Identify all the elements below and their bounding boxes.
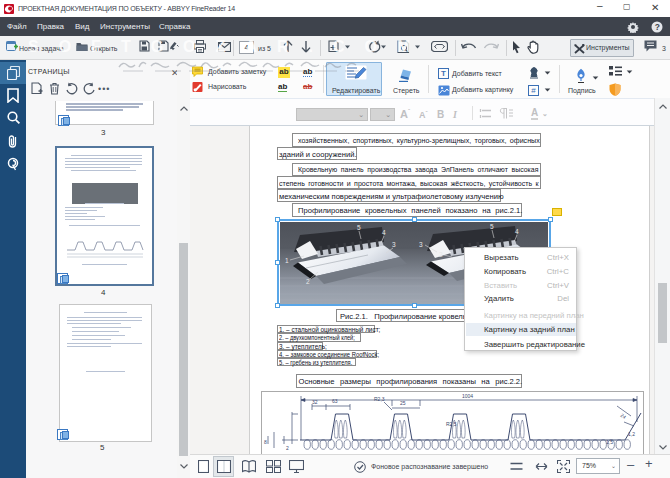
svg-text:8: 8 xyxy=(264,439,267,445)
svg-text:1004: 1004 xyxy=(462,393,473,399)
svg-text:24: 24 xyxy=(619,412,627,420)
svg-text:1,2: 1,2 xyxy=(628,431,635,437)
svg-text:R2,3: R2,3 xyxy=(374,396,385,402)
svg-text:?: ? xyxy=(655,22,660,32)
svg-text:R2,5: R2,5 xyxy=(446,421,457,427)
svg-text:63: 63 xyxy=(332,398,338,404)
svg-text:32: 32 xyxy=(312,399,318,405)
svg-text:2: 2 xyxy=(286,445,289,451)
svg-text:1,5: 1,5 xyxy=(606,439,613,445)
svg-text:25: 25 xyxy=(400,400,406,406)
